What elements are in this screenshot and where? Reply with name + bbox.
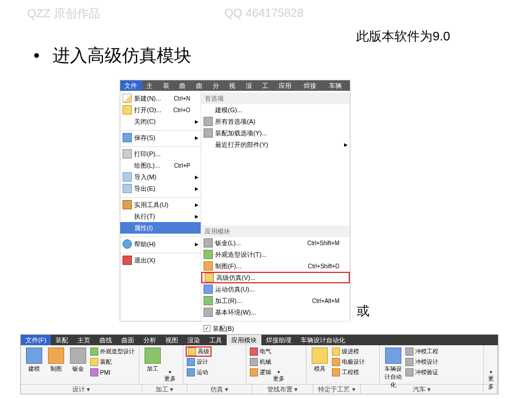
menu-gateway[interactable]: 基本环境(W)... <box>201 306 350 318</box>
menu-print[interactable]: 打印(P)... <box>120 148 201 160</box>
menu-icon <box>204 296 213 305</box>
menu-icon <box>204 250 213 259</box>
ribbon-group-label: 加工 ▾ <box>142 385 187 394</box>
rb-motion[interactable]: 运动 <box>186 367 212 378</box>
ribbon-tab[interactable]: 主页 <box>73 335 95 345</box>
menu-export[interactable]: 导出(E)▶ <box>120 183 201 194</box>
ribbon-icon <box>405 348 413 356</box>
ribbon-tab[interactable]: 工具 <box>205 335 227 345</box>
menu-draft[interactable]: 制图(F)...Ctrl+Shift+D <box>201 260 350 272</box>
menu-motion[interactable]: 运动仿真(U)... <box>201 283 350 295</box>
menu-icon <box>123 94 132 103</box>
rb-eng[interactable]: 工程模 <box>331 367 366 378</box>
menu-icon <box>204 285 213 294</box>
ribbon-tab[interactable]: 应用模块 <box>227 335 261 345</box>
menu1-tab[interactable]: 装配 <box>159 80 176 91</box>
ribbon-tab[interactable]: 装配 <box>51 335 73 345</box>
ribbon-group: 车辆设计自动化冲模工程冲模设计冲模验证 <box>380 345 484 384</box>
rb-pmi[interactable]: PMI <box>89 367 136 378</box>
rb-mech[interactable]: 机械 <box>249 357 272 367</box>
ribbon-tab[interactable]: 视图 <box>161 335 183 345</box>
file-menu-screenshot: 文件(F)主页装配曲线曲面分析视图渲染工具应用模块焊接助理车辆设计 新建(N).… <box>120 80 350 322</box>
rb-prog[interactable]: 级进模 <box>331 346 366 357</box>
ribbon-group-label: 汽车 ▾ <box>361 385 483 394</box>
menu-mfg[interactable]: 加工(R)...Ctrl+Alt+M <box>201 295 350 306</box>
or-text: 或 <box>357 302 370 320</box>
menu-close[interactable]: 关闭(C)▶ <box>120 116 201 127</box>
ribbon-tab[interactable]: 车辆设计自动化 <box>296 335 350 345</box>
ribbon-tab[interactable]: 文件(F) <box>21 335 51 345</box>
menu1-tab[interactable]: 焊接助理 <box>300 80 324 91</box>
menu1-tab[interactable]: 主页 <box>142 80 159 91</box>
rb-die3[interactable]: 冲模验证 <box>404 367 439 378</box>
menu1-tab[interactable]: 分析 <box>209 80 226 91</box>
menu1-tab[interactable]: 渲染 <box>242 80 258 91</box>
menu1-tab[interactable]: 曲线 <box>175 80 192 91</box>
ribbon-group-label: 管线布置 ▾ <box>252 385 313 394</box>
watermark-author: QZZ 原创作品 <box>27 6 100 21</box>
menu-icon <box>204 261 213 271</box>
menu-exec[interactable]: 执行(T)▶ <box>120 210 201 222</box>
rb-draft[interactable]: 制图 <box>45 346 67 373</box>
more-button[interactable]: 更多 <box>164 346 176 383</box>
menu-modeling[interactable]: 建模(G)... <box>201 104 350 116</box>
ribbon-tab[interactable]: 焊接助理 <box>261 335 296 345</box>
more-button[interactable]: 更多 <box>272 346 285 383</box>
ribbon-group: 电气机械逻辑更多 <box>246 345 306 384</box>
menu-asmopt[interactable]: 装配加载选项(Y)... <box>201 127 350 139</box>
rb-die2[interactable]: 冲模设计 <box>404 357 439 367</box>
menu1-tab[interactable]: 视图 <box>225 80 242 91</box>
rb-die1[interactable]: 冲模工程 <box>404 346 439 357</box>
ribbon-icon <box>332 358 340 366</box>
menu1-tabbar: 文件(F)主页装配曲线曲面分析视图渲染工具应用模块焊接助理车辆设计 <box>120 80 350 91</box>
menu-exit[interactable]: 退出(X) <box>120 254 201 266</box>
ribbon-icon <box>187 368 195 376</box>
menu-plot[interactable]: 绘图(L)...Ctrl+P <box>120 160 201 171</box>
menu1-tab[interactable]: 车辆设计 <box>325 80 350 91</box>
rb-design[interactable]: 设计 <box>186 357 212 367</box>
rb-logic[interactable]: 逻辑 <box>249 367 272 378</box>
rb-sheet[interactable]: 钣金 <box>67 346 89 373</box>
menu1-tab[interactable]: 曲面 <box>192 80 209 91</box>
ribbon-tab[interactable]: 渲染 <box>183 335 205 345</box>
menu-icon <box>204 308 213 317</box>
menu-new[interactable]: 新建(N)...Ctrl+N <box>120 93 201 104</box>
menu1-tab[interactable]: 文件(F) <box>120 80 142 91</box>
menu-import[interactable]: 导入(M)▶ <box>120 171 201 183</box>
menu-save[interactable]: 保存(S)▶ <box>120 132 201 143</box>
ribbon-footer: 设计 ▾加工 ▾仿真 ▾管线布置 ▾特定于工艺 ▾汽车 ▾ <box>21 385 498 394</box>
rb-auto[interactable]: 车辆设计自动化 <box>382 346 404 389</box>
rb-modeling[interactable]: 建模 <box>23 346 45 373</box>
menu-help[interactable]: 帮助(H)▶ <box>120 238 201 250</box>
ribbon-tab[interactable]: 曲面 <box>117 335 139 345</box>
menu-advsim[interactable]: 高级仿真(V)... <box>201 272 350 283</box>
menu-open[interactable]: 打开(O)...Ctrl+O <box>120 104 201 116</box>
menu-properties[interactable]: 属性(I) <box>120 222 201 234</box>
rb-elec[interactable]: 电气 <box>249 346 272 357</box>
rb-appear[interactable]: 外观造型设计 <box>89 346 136 357</box>
menu-icon <box>123 149 132 158</box>
rb-mfg[interactable]: 加工 <box>142 346 164 373</box>
ribbon-tab[interactable]: 分析 <box>139 335 161 345</box>
rb-asm[interactable]: 装配 <box>89 357 136 367</box>
menu-sheet[interactable]: 钣金(L)...Ctrl+Shift+M <box>201 237 350 249</box>
menu-icon <box>205 273 214 282</box>
menu-utility[interactable]: 实用工具(U)▶ <box>120 199 201 210</box>
rb-advsim[interactable]: 高级 <box>186 346 212 357</box>
menu-allpref[interactable]: 所有首选项(A) <box>201 116 350 127</box>
ribbon-icon <box>90 368 98 376</box>
menu-recent[interactable]: 最近打开的部件(Y)▶ <box>201 139 350 150</box>
rb-elec2[interactable]: 电极设计 <box>331 357 366 367</box>
menu1-tab[interactable]: 工具 <box>258 80 275 91</box>
rb-mold[interactable]: 模具 <box>309 346 331 373</box>
menu-icon <box>123 172 132 182</box>
ribbon-icon <box>250 368 258 376</box>
menu-asm[interactable]: ✓装配(B) <box>201 323 350 334</box>
ribbon-icon <box>405 368 413 376</box>
ribbon-tab[interactable]: 曲线 <box>95 335 117 345</box>
ribbon-icon <box>250 358 258 366</box>
ribbon-icon <box>332 348 340 356</box>
menu1-tab[interactable]: 应用模块 <box>275 80 300 91</box>
ribbon-group: 建模制图钣金外观造型设计装配PMI <box>21 345 139 384</box>
menu-appear[interactable]: 外观造型设计(T)... <box>201 249 350 260</box>
